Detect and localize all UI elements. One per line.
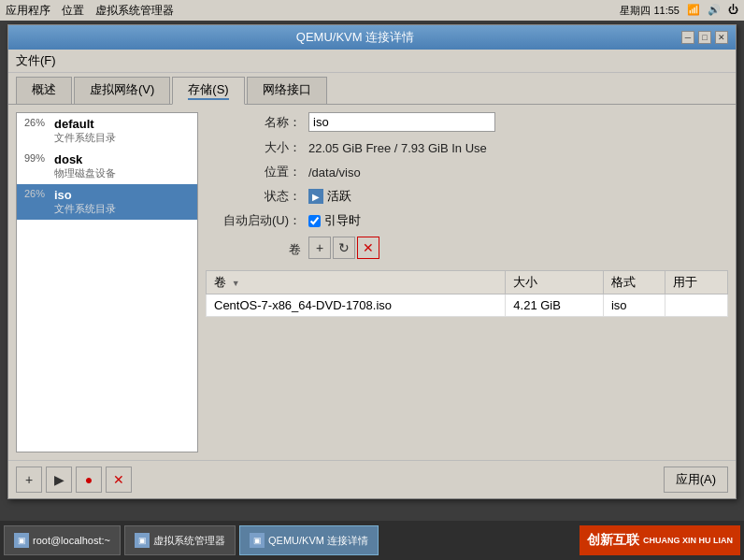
tab-bar: 概述 虚拟网络(V) 存储(S) 网络接口	[8, 73, 736, 105]
tab-storage[interactable]: 存储(S)	[172, 77, 244, 105]
col-vol: 卷 ▼	[207, 271, 506, 294]
top-bar-right: 星期四 11:55 📶 🔊 ⏻	[620, 4, 738, 18]
col-format: 格式	[603, 271, 665, 294]
size-label: 大小：	[206, 139, 308, 156]
add-pool-button[interactable]: +	[16, 467, 42, 493]
taskbar-item-qemu[interactable]: ▣ QEMU/KVM 连接详情	[239, 525, 379, 555]
col-size: 大小	[506, 271, 604, 294]
dialog-titlebar: QEMU/KVM 连接详情 ─ □ ✕	[8, 25, 736, 50]
autostart-checkbox[interactable]	[308, 215, 321, 227]
close-button[interactable]: ✕	[715, 31, 728, 44]
minimize-button[interactable]: ─	[681, 31, 694, 44]
table-row[interactable]: CentOS-7-x86_64-DVD-1708.iso 4.21 GiB is…	[207, 294, 728, 317]
vol-add-button[interactable]: +	[308, 237, 331, 259]
name-label: 名称：	[206, 114, 308, 131]
tab-virtual-network[interactable]: 虚拟网络(V)	[74, 77, 170, 104]
storage-percent-default: 26%	[24, 117, 50, 128]
menu-bar: 文件(F)	[8, 50, 736, 73]
power-icon[interactable]: ⏻	[728, 4, 738, 18]
bottom-toolbar: + ▶ ● ✕ 应用(A)	[8, 460, 736, 498]
virt-manager-icon: ▣	[135, 533, 150, 548]
storage-percent-iso: 26%	[24, 188, 50, 199]
tab-overview[interactable]: 概述	[16, 77, 72, 104]
autostart-value: 引导时	[324, 212, 361, 229]
bottom-buttons-left: + ▶ ● ✕	[16, 467, 132, 493]
storage-item-iso[interactable]: 26% iso 文件系统目录	[17, 184, 197, 220]
top-bar-left: 应用程序 位置 虚拟系统管理器	[6, 3, 174, 19]
storage-type-iso: 文件系统目录	[54, 202, 116, 216]
autostart-label: 自动启动(U)：	[206, 212, 308, 229]
volumes-section: 卷 + ↻ ✕ 卷 ▼ 大小	[206, 237, 728, 317]
storage-name-iso: iso	[54, 188, 116, 202]
cell-size: 4.21 GiB	[506, 294, 604, 317]
vol-delete-button[interactable]: ✕	[357, 237, 379, 259]
vol-sort-icon: ▼	[232, 279, 240, 288]
menu-file[interactable]: 文件(F)	[16, 53, 56, 67]
volumes-toolbar: + ↻ ✕	[308, 237, 379, 259]
field-status: 状态： ▶ 活跃	[206, 188, 728, 205]
taskbar-label-virt-manager: 虚拟系统管理器	[153, 534, 225, 548]
storage-item-default[interactable]: 26% default 文件系统目录	[17, 113, 197, 149]
network-icon[interactable]: 📶	[687, 4, 700, 18]
tab-network-interface[interactable]: 网络接口	[247, 77, 327, 104]
status-active-icon: ▶	[308, 189, 323, 204]
top-bar: 应用程序 位置 虚拟系统管理器 星期四 11:55 📶 🔊 ⏻	[0, 0, 744, 21]
taskbar: ▣ root@localhost:~ ▣ 虚拟系统管理器 ▣ QEMU/KVM …	[0, 521, 744, 560]
storage-type-dosk: 物理磁盘设备	[54, 166, 116, 180]
status-badge: ▶ 活跃	[308, 188, 351, 205]
storage-list: 26% default 文件系统目录 99% dosk 物理磁盘设备 26% i…	[16, 112, 198, 452]
main-content: 26% default 文件系统目录 99% dosk 物理磁盘设备 26% i…	[8, 105, 736, 460]
status-value: 活跃	[327, 188, 351, 205]
volumes-label: 卷	[206, 241, 308, 258]
taskbar-label-terminal: root@localhost:~	[33, 535, 110, 546]
record-button[interactable]: ●	[76, 467, 102, 493]
col-usedfor: 用于	[665, 271, 728, 294]
storage-item-dosk[interactable]: 99% dosk 物理磁盘设备	[17, 149, 197, 184]
location-label: 位置：	[206, 164, 308, 180]
field-name: 名称：	[206, 112, 728, 132]
menu-virt[interactable]: 虚拟系统管理器	[95, 3, 174, 19]
volumes-table: 卷 ▼ 大小 格式 用于 CentOS-7-x86_64-DVD-1708.is…	[206, 270, 728, 317]
detail-panel: 名称： 大小： 22.05 GiB Free / 7.93 GiB In Use…	[206, 112, 728, 452]
maximize-button[interactable]: □	[698, 31, 711, 44]
vol-refresh-button[interactable]: ↻	[333, 237, 355, 259]
location-value: /data/viso	[308, 165, 361, 179]
stop-button[interactable]: ✕	[106, 467, 132, 493]
field-size: 大小： 22.05 GiB Free / 7.93 GiB In Use	[206, 139, 728, 156]
volumes-label-row: 卷 + ↻ ✕	[206, 237, 728, 263]
start-pool-button[interactable]: ▶	[46, 467, 72, 493]
taskbar-logo: 创新互联 CHUANG XIN HU LIAN	[579, 525, 740, 555]
dialog-title: QEMU/KVM 连接详情	[29, 29, 681, 46]
cell-vol-name: CentOS-7-x86_64-DVD-1708.iso	[207, 294, 506, 317]
qemu-icon: ▣	[250, 533, 265, 548]
cell-usedfor	[665, 294, 728, 317]
field-autostart: 自动启动(U)： 引导时	[206, 212, 728, 229]
name-input[interactable]	[308, 112, 495, 132]
taskbar-label-qemu: QEMU/KVM 连接详情	[268, 534, 368, 548]
menu-apps[interactable]: 应用程序	[6, 3, 50, 19]
menu-places[interactable]: 位置	[62, 3, 84, 19]
terminal-icon: ▣	[14, 533, 29, 548]
storage-name-dosk: dosk	[54, 152, 116, 166]
taskbar-item-terminal[interactable]: ▣ root@localhost:~	[4, 525, 121, 555]
taskbar-item-virt-manager[interactable]: ▣ 虚拟系统管理器	[124, 525, 236, 555]
tab-active-indicator	[188, 98, 228, 100]
storage-name-default: default	[54, 117, 116, 131]
autostart-checkbox-row: 引导时	[308, 212, 361, 229]
apply-button[interactable]: 应用(A)	[664, 467, 728, 493]
window-controls[interactable]: ─ □ ✕	[681, 31, 728, 44]
field-location: 位置： /data/viso	[206, 164, 728, 180]
volume-icon[interactable]: 🔊	[708, 4, 721, 18]
storage-type-default: 文件系统目录	[54, 131, 116, 145]
clock: 星期四 11:55	[620, 4, 680, 18]
status-label: 状态：	[206, 188, 308, 205]
storage-percent-dosk: 99%	[24, 152, 50, 164]
size-value: 22.05 GiB Free / 7.93 GiB In Use	[308, 141, 487, 155]
cell-format: iso	[603, 294, 665, 317]
dialog-window: QEMU/KVM 连接详情 ─ □ ✕ 文件(F) 概述 虚拟网络(V) 存储(…	[7, 24, 737, 499]
